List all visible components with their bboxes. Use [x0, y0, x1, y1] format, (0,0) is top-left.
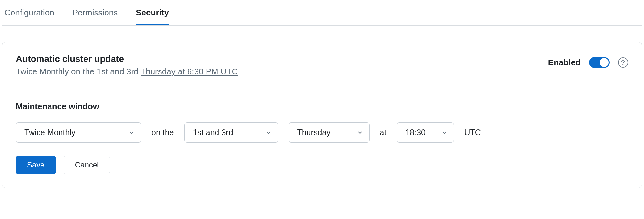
day-value: Thursday — [297, 128, 331, 137]
cancel-button[interactable]: Cancel — [64, 156, 110, 174]
tz-label: UTC — [464, 128, 481, 137]
frequency-select[interactable]: Twice Monthly — [16, 122, 141, 143]
save-button[interactable]: Save — [16, 156, 56, 174]
help-icon[interactable]: ? — [618, 57, 628, 68]
divider — [16, 90, 628, 90]
chevron-down-icon — [357, 130, 363, 136]
enable-toggle[interactable] — [589, 57, 610, 68]
nth-weeks-select[interactable]: 1st and 3rd — [184, 122, 278, 143]
tab-permissions[interactable]: Permissions — [72, 0, 118, 25]
time-select[interactable]: 18:30 — [397, 122, 454, 143]
tab-security[interactable]: Security — [136, 0, 169, 25]
maintenance-title: Maintenance window — [16, 101, 628, 111]
security-card: Automatic cluster update Twice Monthly o… — [2, 42, 642, 188]
chevron-down-icon — [441, 130, 447, 136]
frequency-value: Twice Monthly — [24, 128, 75, 137]
tab-bar: Configuration Permissions Security — [2, 0, 642, 26]
chevron-down-icon — [129, 130, 134, 136]
nth-weeks-value: 1st and 3rd — [193, 128, 233, 137]
day-select[interactable]: Thursday — [289, 122, 370, 143]
tab-configuration[interactable]: Configuration — [5, 0, 54, 25]
card-subtitle: Twice Monthly on the 1st and 3rd Thursda… — [16, 67, 238, 77]
card-subtitle-prefix: Twice Monthly on the 1st and 3rd — [16, 67, 141, 76]
chevron-down-icon — [266, 130, 271, 136]
buttons-row: Save Cancel — [16, 156, 628, 174]
on-the-label: on the — [152, 128, 174, 137]
card-header-text: Automatic cluster update Twice Monthly o… — [16, 54, 238, 77]
enabled-label: Enabled — [548, 58, 581, 68]
card-header-right: Enabled ? — [548, 54, 628, 68]
toggle-knob — [600, 58, 609, 67]
card-title: Automatic cluster update — [16, 54, 238, 64]
card-header: Automatic cluster update Twice Monthly o… — [16, 54, 628, 77]
maintenance-controls: Twice Monthly on the 1st and 3rd Thursda… — [16, 122, 628, 143]
at-label: at — [380, 128, 387, 137]
card-subtitle-link[interactable]: Thursday at 6:30 PM UTC — [141, 67, 238, 76]
time-value: 18:30 — [405, 128, 426, 137]
